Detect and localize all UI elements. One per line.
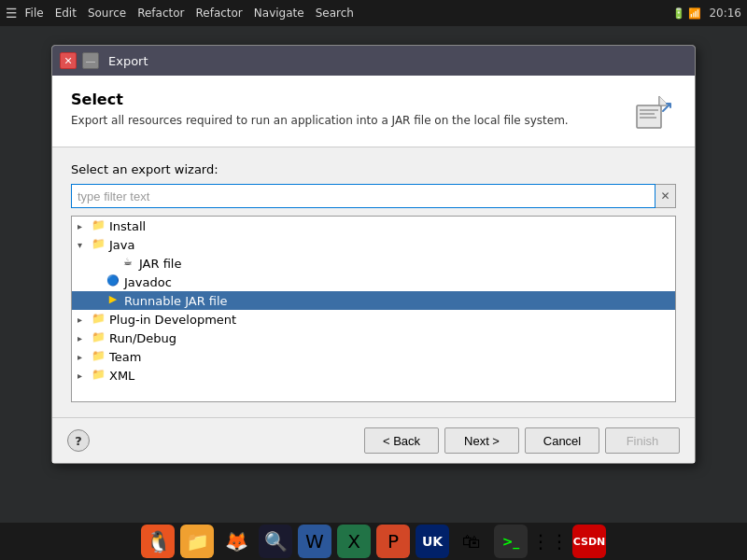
dialog-description: Export all resources required to run an … — [71, 114, 569, 127]
xml-arrow — [78, 371, 91, 381]
dialog-titlebar: ✕ — Export — [52, 46, 695, 76]
dock-shop[interactable]: 🛍 — [455, 525, 488, 558]
menu-search[interactable]: Search — [316, 7, 354, 20]
run-debug-arrow — [78, 333, 91, 343]
modal-overlay: ✕ — Export Select Export all resources r… — [0, 26, 747, 523]
cancel-button[interactable]: Cancel — [525, 427, 599, 454]
dock-uk[interactable]: UK — [416, 525, 449, 558]
tree-item-java[interactable]: Java — [72, 235, 675, 254]
tree-item-runnable-jar[interactable]: ▶ Runnable JAR file — [72, 291, 675, 310]
filter-clear-button[interactable]: ✕ — [655, 184, 676, 208]
footer-left: ? — [67, 429, 90, 452]
java-label: Java — [109, 238, 134, 252]
dock-firefox[interactable]: 🦊 — [219, 525, 253, 558]
runnable-jar-icon: ▶ — [106, 293, 120, 308]
dialog-section-title: Select — [71, 91, 569, 108]
install-arrow — [78, 221, 91, 231]
menu-bar: File Edit Source Refactor Refactor Navig… — [25, 7, 354, 20]
svg-rect-1 — [640, 109, 658, 111]
wizard-label: Select an export wizard: — [71, 162, 676, 176]
xml-folder-icon — [91, 368, 106, 383]
tree-container[interactable]: Install Java ☕ JAR file 🔵 — [71, 216, 676, 402]
export-dialog: ✕ — Export Select Export all resources r… — [51, 45, 696, 464]
dock-csdn[interactable]: CSDN — [572, 525, 606, 558]
back-button[interactable]: < Back — [364, 427, 439, 454]
svg-rect-2 — [640, 113, 655, 115]
dialog-close-button[interactable]: ✕ — [60, 52, 77, 69]
dock-lens[interactable]: 🔍 — [259, 525, 292, 558]
taskbar-top: ☰ File Edit Source Refactor Refactor Nav… — [0, 0, 747, 26]
install-label: Install — [109, 219, 146, 233]
next-button[interactable]: Next > — [444, 427, 519, 454]
javadoc-icon: 🔵 — [106, 274, 120, 289]
dock-word[interactable]: W — [298, 525, 331, 558]
tree-item-install[interactable]: Install — [72, 217, 675, 235]
dialog-body: Select an export wizard: ✕ Install Java — [52, 147, 695, 417]
run-debug-folder-icon — [91, 330, 106, 345]
tree-item-team[interactable]: Team — [72, 347, 675, 366]
tree-item-javadoc[interactable]: 🔵 Javadoc — [72, 273, 675, 291]
footer-right: < Back Next > Cancel Finish — [364, 427, 680, 454]
plugin-dev-label: Plug-in Development — [109, 313, 236, 327]
dialog-header: Select Export all resources required to … — [52, 76, 695, 147]
run-debug-label: Run/Debug — [109, 331, 176, 345]
java-arrow — [78, 240, 91, 250]
dock-files[interactable]: 📁 — [180, 525, 214, 558]
filter-container: ✕ — [71, 184, 676, 208]
jar-file-label: JAR file — [139, 257, 181, 271]
javadoc-label: Javadoc — [124, 275, 172, 289]
app-menu-icon[interactable]: ☰ — [6, 6, 18, 21]
menu-file[interactable]: File — [25, 7, 44, 20]
dock-ppt[interactable]: P — [376, 525, 410, 558]
dock-ubuntu[interactable]: 🐧 — [141, 525, 175, 558]
taskbar-bottom: 🐧 📁 🦊 🔍 W X P UK 🛍 >_ ⋮⋮ CSDN — [0, 523, 747, 560]
install-folder-icon — [91, 218, 106, 233]
tree-item-xml[interactable]: XML — [72, 366, 675, 385]
team-label: Team — [109, 350, 141, 364]
plugin-dev-arrow — [78, 315, 91, 325]
dock-terminal[interactable]: >_ — [494, 525, 528, 558]
plugin-dev-folder-icon — [91, 312, 106, 327]
tree-item-run-debug[interactable]: Run/Debug — [72, 329, 675, 347]
menu-edit[interactable]: Edit — [55, 7, 77, 20]
export-icon — [633, 92, 674, 133]
help-button[interactable]: ? — [67, 429, 90, 452]
tree-item-jar-file[interactable]: ☕ JAR file — [72, 254, 675, 273]
taskbar-left: ☰ File Edit Source Refactor Refactor Nav… — [6, 6, 354, 21]
filter-input[interactable] — [71, 184, 655, 208]
team-folder-icon — [91, 349, 106, 364]
menu-source[interactable]: Source — [88, 7, 126, 20]
xml-label: XML — [109, 369, 134, 383]
dialog-title: Export — [108, 54, 148, 68]
dock-apps[interactable]: ⋮⋮ — [533, 525, 567, 558]
clock: 20:16 — [709, 7, 741, 20]
svg-rect-3 — [640, 117, 656, 119]
tree-item-plugin-dev[interactable]: Plug-in Development — [72, 310, 675, 329]
taskbar-right: 🔋 📶 20:16 — [672, 7, 741, 20]
java-folder-icon — [91, 237, 106, 252]
dialog-minimize-button[interactable]: — — [82, 52, 99, 69]
menu-refactor2[interactable]: Refactor — [195, 7, 242, 20]
system-icons: 🔋 📶 — [672, 7, 702, 20]
team-arrow — [78, 352, 91, 362]
dialog-footer: ? < Back Next > Cancel Finish — [52, 417, 695, 463]
menu-navigate[interactable]: Navigate — [254, 7, 304, 20]
dialog-header-text: Select Export all resources required to … — [71, 91, 569, 127]
dock-excel[interactable]: X — [337, 525, 371, 558]
runnable-jar-label: Runnable JAR file — [124, 294, 228, 308]
finish-button[interactable]: Finish — [605, 427, 680, 454]
export-icon-container — [631, 91, 676, 135]
jar-file-icon: ☕ — [120, 256, 135, 271]
menu-refactor1[interactable]: Refactor — [137, 7, 184, 20]
